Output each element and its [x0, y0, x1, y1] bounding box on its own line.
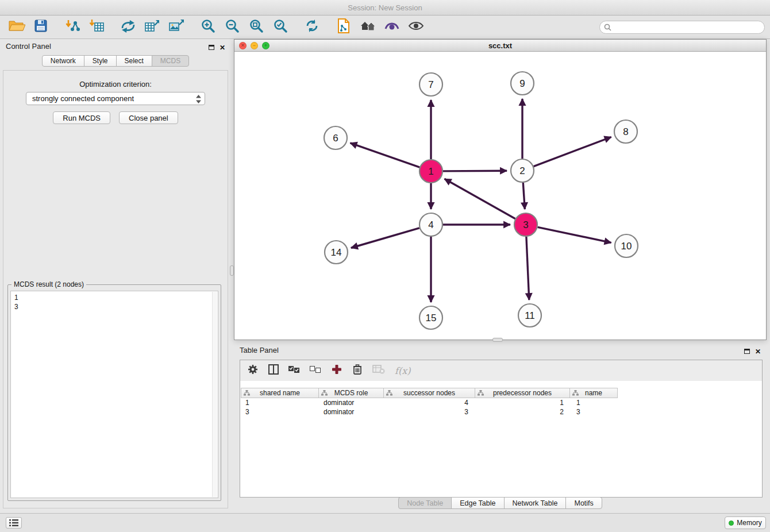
table-cell[interactable]: dominator: [319, 398, 384, 407]
table-cell[interactable]: dominator: [319, 407, 384, 417]
graph-node-14[interactable]: 14: [325, 241, 348, 264]
open-session-button[interactable]: [5, 17, 29, 37]
graph-node-4[interactable]: 4: [419, 213, 442, 236]
table-row[interactable]: 3dominator323: [241, 407, 762, 417]
status-bar: Memory: [0, 513, 770, 532]
table-cell[interactable]: 2: [476, 407, 572, 417]
column-type-icon: [244, 390, 250, 396]
add-row-icon[interactable]: [331, 364, 342, 377]
memory-button[interactable]: Memory: [725, 516, 766, 529]
homes-icon: [359, 19, 376, 35]
show-hide-button[interactable]: [404, 17, 428, 37]
import-network-button[interactable]: [116, 17, 140, 37]
horizontal-splitter-grip[interactable]: [492, 338, 503, 342]
edge-4-to-14[interactable]: [351, 228, 419, 248]
table-cell[interactable]: 1: [572, 398, 620, 407]
column-header-shared-name[interactable]: shared name: [241, 388, 319, 398]
search-icon: [604, 24, 611, 31]
delete-row-trash-icon[interactable]: [352, 364, 363, 377]
tab-node-table[interactable]: Node Table: [398, 497, 452, 509]
graph-node-11[interactable]: 11: [518, 304, 541, 327]
zoom-out-button[interactable]: [220, 17, 244, 37]
style-preview-button[interactable]: [380, 17, 404, 37]
column-type-icon: [386, 390, 392, 396]
graph-node-10[interactable]: 10: [615, 234, 638, 257]
graph-node-7[interactable]: 7: [419, 73, 442, 96]
refresh-layout-button[interactable]: [300, 17, 324, 37]
graph-node-3[interactable]: 3: [514, 213, 537, 236]
edge-2-to-3[interactable]: [523, 183, 525, 209]
export-image-button[interactable]: [164, 17, 188, 37]
edge-1-to-2[interactable]: [443, 171, 507, 171]
table-settings-gear-icon[interactable]: [247, 364, 259, 377]
save-session-button[interactable]: [29, 17, 53, 37]
float-table-panel-icon[interactable]: [744, 349, 750, 354]
run-mcds-button[interactable]: Run MCDS: [53, 111, 110, 124]
graph-node-9[interactable]: 9: [511, 72, 534, 95]
graph-node-6[interactable]: 6: [324, 126, 347, 149]
column-type-icon: [572, 390, 579, 396]
edge-3-to-10[interactable]: [538, 227, 611, 242]
close-panel-button[interactable]: Close panel: [119, 111, 178, 124]
result-scrollbar[interactable]: [212, 292, 217, 497]
import-network-from-file-button[interactable]: [60, 17, 84, 37]
network-window-titlebar[interactable]: scc.txt: [234, 40, 766, 52]
close-table-panel-icon[interactable]: [755, 346, 761, 356]
node-table-container: f(x) shared nameMCDS rolesuccessor nodes…: [240, 360, 763, 498]
home-views-button[interactable]: [356, 17, 380, 37]
search-input[interactable]: [599, 21, 765, 34]
show-columns-icon[interactable]: [268, 364, 279, 377]
tab-network-table[interactable]: Network Table: [504, 497, 567, 509]
graph-node-1[interactable]: 1: [419, 160, 442, 183]
node-label: 7: [428, 79, 433, 90]
edge-3-to-11[interactable]: [526, 237, 529, 300]
float-panel-icon[interactable]: [209, 45, 214, 50]
export-table-button[interactable]: [140, 17, 164, 37]
import-table-from-file-button[interactable]: [84, 17, 109, 37]
tab-edge-table[interactable]: Edge Table: [451, 497, 504, 509]
network-document-button[interactable]: [332, 17, 356, 37]
column-header-predecessor-nodes[interactable]: predecessor nodes: [475, 388, 570, 398]
edge-1-to-6[interactable]: [351, 143, 420, 167]
node-label: 11: [525, 310, 535, 321]
column-header-MCDS-role[interactable]: MCDS role: [318, 388, 384, 398]
tab-network[interactable]: Network: [42, 55, 84, 67]
window-titlebar: Session: New Session: [0, 0, 770, 16]
select-all-columns-icon[interactable]: [288, 365, 300, 376]
table-cell[interactable]: 4: [384, 398, 476, 407]
zoom-in-icon: [201, 18, 215, 36]
table-row[interactable]: 1dominator411: [241, 398, 762, 407]
close-panel-icon[interactable]: [220, 42, 225, 52]
graph-node-8[interactable]: 8: [614, 120, 637, 143]
table-cell[interactable]: 1: [241, 398, 319, 407]
column-header-name[interactable]: name: [569, 388, 618, 398]
mcds-result-group: MCDS result (2 nodes) 13: [7, 284, 221, 501]
tab-style[interactable]: Style: [84, 55, 117, 67]
export-image-icon: [168, 18, 184, 36]
graph-node-15[interactable]: 15: [419, 306, 442, 329]
network-graph[interactable]: 7968124314101511: [234, 52, 766, 340]
delete-table-icon: [372, 365, 385, 376]
edge-3-to-1[interactable]: [445, 179, 515, 218]
table-cell[interactable]: 3: [384, 407, 476, 417]
vertical-splitter-grip[interactable]: [230, 265, 234, 276]
table-cell[interactable]: 3: [572, 407, 620, 417]
table-cell[interactable]: 1: [476, 398, 572, 407]
tab-select[interactable]: Select: [116, 55, 152, 67]
unselect-all-columns-icon[interactable]: [310, 365, 321, 376]
zoom-in-button[interactable]: [196, 17, 220, 37]
node-label: 6: [333, 133, 338, 144]
task-history-button[interactable]: [6, 517, 22, 529]
tab-motifs[interactable]: Motifs: [565, 497, 602, 509]
import-table-icon: [88, 18, 105, 36]
zoom-selected-button[interactable]: [268, 17, 292, 37]
optimization-criterion-select[interactable]: strongly connected component: [26, 92, 205, 105]
tab-mcds[interactable]: MCDS: [152, 55, 189, 67]
graph-node-2[interactable]: 2: [511, 159, 534, 182]
edge-2-to-8[interactable]: [534, 137, 611, 167]
node-label: 15: [426, 313, 437, 323]
zoom-fit-button[interactable]: [244, 17, 268, 37]
column-header-successor-nodes[interactable]: successor nodes: [383, 388, 475, 398]
table-cell[interactable]: 3: [241, 407, 319, 417]
mcds-result-box[interactable]: 13: [10, 291, 218, 498]
